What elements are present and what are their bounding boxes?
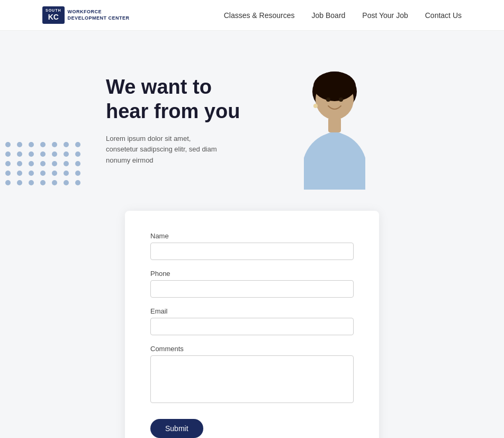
nav-item-post-job[interactable]: Post Your Job bbox=[362, 11, 408, 20]
hero-heading: We want to hear from you bbox=[106, 75, 240, 123]
hero-heading-line2: hear from you bbox=[106, 100, 240, 122]
svg-point-5 bbox=[339, 97, 343, 102]
hero-image bbox=[282, 62, 398, 179]
dot bbox=[5, 171, 11, 176]
dot bbox=[29, 142, 34, 147]
person-svg bbox=[282, 62, 388, 190]
dot bbox=[5, 142, 11, 147]
dot bbox=[17, 142, 22, 147]
logo-box: SOUTH KC bbox=[42, 6, 65, 24]
name-group: Name bbox=[150, 232, 354, 260]
dot bbox=[52, 180, 57, 185]
nav-link-job-board[interactable]: Job Board bbox=[312, 11, 346, 20]
hero-body: Lorem ipsum dolor sit amet, consetetur s… bbox=[106, 133, 222, 166]
dot bbox=[64, 171, 69, 176]
logo-line2: DEVELOPMENT CENTER bbox=[68, 15, 130, 22]
dot bbox=[40, 180, 46, 185]
dot bbox=[40, 161, 46, 166]
nav-links: Classes & Resources Job Board Post Your … bbox=[224, 11, 462, 20]
nav-link-contact[interactable]: Contact Us bbox=[425, 11, 462, 20]
dot bbox=[29, 151, 34, 157]
name-input[interactable] bbox=[150, 243, 354, 260]
svg-point-4 bbox=[326, 97, 330, 102]
dot bbox=[17, 161, 22, 166]
phone-group: Phone bbox=[150, 270, 354, 298]
dot bbox=[75, 142, 80, 147]
dot bbox=[29, 171, 34, 176]
comments-label: Comments bbox=[150, 345, 354, 353]
dot bbox=[17, 171, 22, 176]
phone-label: Phone bbox=[150, 270, 354, 278]
dot bbox=[75, 161, 80, 166]
nav-logo: SOUTH KC WORKFORCE DEVELOPMENT CENTER bbox=[42, 6, 130, 24]
logo-line1: WORKFORCE bbox=[68, 9, 130, 15]
dot bbox=[52, 171, 57, 176]
logo-text: WORKFORCE DEVELOPMENT CENTER bbox=[68, 9, 130, 21]
svg-rect-3 bbox=[328, 118, 341, 132]
dot bbox=[64, 142, 69, 147]
main-content: Name Phone Email Comments Submit bbox=[0, 200, 504, 438]
dot-decoration bbox=[0, 137, 88, 191]
name-label: Name bbox=[150, 232, 354, 240]
hero-text: We want to hear from you Lorem ipsum dol… bbox=[106, 75, 240, 166]
dot bbox=[17, 180, 22, 185]
svg-point-6 bbox=[313, 104, 318, 108]
svg-point-2 bbox=[313, 71, 356, 101]
comments-textarea[interactable] bbox=[150, 355, 354, 403]
email-label: Email bbox=[150, 307, 354, 315]
dot bbox=[40, 151, 46, 157]
dot bbox=[40, 171, 46, 176]
dot bbox=[29, 161, 34, 166]
contact-form-card: Name Phone Email Comments Submit bbox=[125, 211, 379, 438]
email-input[interactable] bbox=[150, 318, 354, 335]
hero-heading-line1: We want to bbox=[106, 76, 212, 98]
dot bbox=[5, 161, 11, 166]
dot bbox=[5, 151, 11, 157]
dot bbox=[5, 180, 11, 185]
logo-south: SOUTH bbox=[46, 8, 61, 13]
nav-link-classes[interactable]: Classes & Resources bbox=[224, 11, 295, 20]
dot bbox=[17, 151, 22, 157]
navbar: SOUTH KC WORKFORCE DEVELOPMENT CENTER Cl… bbox=[0, 0, 504, 31]
nav-item-contact[interactable]: Contact Us bbox=[425, 11, 462, 20]
dot bbox=[52, 142, 57, 147]
comments-group: Comments bbox=[150, 345, 354, 405]
phone-input[interactable] bbox=[150, 280, 354, 298]
hero-section: We want to hear from you Lorem ipsum dol… bbox=[0, 31, 504, 200]
submit-button[interactable]: Submit bbox=[150, 419, 203, 438]
dot bbox=[64, 161, 69, 166]
logo-kc: KC bbox=[48, 13, 59, 22]
dot bbox=[64, 151, 69, 157]
dot bbox=[64, 180, 69, 185]
email-group: Email bbox=[150, 307, 354, 335]
dot bbox=[75, 151, 80, 157]
dot bbox=[75, 180, 80, 185]
nav-item-job-board[interactable]: Job Board bbox=[312, 11, 346, 20]
dot bbox=[29, 180, 34, 185]
dot bbox=[52, 151, 57, 157]
nav-link-post-job[interactable]: Post Your Job bbox=[362, 11, 408, 20]
dot bbox=[52, 161, 57, 166]
nav-item-classes[interactable]: Classes & Resources bbox=[224, 11, 295, 20]
dot bbox=[40, 142, 46, 147]
dot bbox=[75, 171, 80, 176]
